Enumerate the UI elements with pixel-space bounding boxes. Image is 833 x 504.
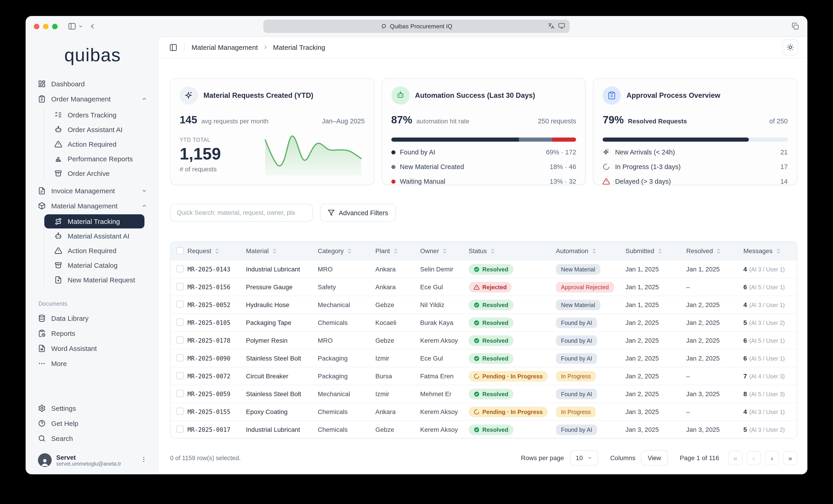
- close-window-button[interactable]: [34, 24, 39, 29]
- table-row[interactable]: MR-2025-0059 Stainless Steel Bolt Mechan…: [170, 385, 797, 403]
- sidebar-item-action-required-materials[interactable]: Action Required: [44, 243, 147, 258]
- sidebar-item-action-required-orders[interactable]: Action Required: [44, 136, 147, 151]
- cell-resolved: Jan 2, 2025: [686, 301, 743, 308]
- column-header-submitted[interactable]: Submitted: [625, 247, 686, 254]
- row-checkbox[interactable]: [176, 265, 184, 272]
- row-checkbox[interactable]: [176, 354, 184, 361]
- table-row[interactable]: MR-2025-0090 Stainless Steel Bolt Packag…: [170, 349, 797, 367]
- zoom-window-button[interactable]: [52, 24, 57, 29]
- column-header-messages[interactable]: Messages: [743, 247, 797, 254]
- theme-toggle-button[interactable]: [782, 39, 798, 55]
- table-row[interactable]: MR-2025-0155 Epoxy Coating Chemicals Ank…: [170, 403, 797, 420]
- translate-icon[interactable]: [548, 22, 554, 30]
- select-all-checkbox[interactable]: [176, 247, 184, 254]
- row-checkbox[interactable]: [176, 389, 184, 397]
- display-icon[interactable]: [558, 22, 565, 30]
- quick-search-input[interactable]: [170, 204, 313, 222]
- column-header-status[interactable]: Status: [469, 247, 556, 254]
- sidebar-item-new-material-request[interactable]: New Material Request: [44, 272, 147, 287]
- cell-material: Polymer Resin: [246, 337, 318, 344]
- sidebar-item-settings[interactable]: Settings: [38, 401, 147, 416]
- table-row[interactable]: MR-2025-0178 Polymer Resin MRO Gebze Ker…: [170, 331, 797, 349]
- row-checkbox[interactable]: [176, 372, 184, 379]
- table-row[interactable]: MR-2025-0156 Pressure Gauge Safety Ankar…: [170, 278, 797, 296]
- status-icon: [474, 355, 480, 361]
- sidebar-item-search[interactable]: Search: [38, 431, 147, 446]
- sidebar-item-material-catalog[interactable]: Material Catalog: [44, 258, 147, 272]
- status-icon: [474, 320, 480, 326]
- sidebar-item-orders-tracking[interactable]: Orders Tracking: [44, 107, 147, 122]
- first-page-button[interactable]: «: [728, 451, 742, 465]
- last-page-button[interactable]: »: [783, 451, 798, 465]
- address-bar[interactable]: Quibas Procurement IQ: [263, 20, 570, 33]
- sidebar-item-get-help[interactable]: Get Help: [38, 416, 147, 431]
- view-columns-button[interactable]: View: [641, 450, 668, 465]
- table-row[interactable]: MR-2025-0143 Industrial Lubricant MRO An…: [170, 260, 797, 278]
- sidebar-item-more[interactable]: More: [38, 356, 147, 371]
- route-icon: [54, 218, 63, 225]
- row-checkbox[interactable]: [176, 407, 184, 415]
- advanced-filters-button[interactable]: Advanced Filters: [320, 204, 396, 222]
- column-header-automation[interactable]: Automation: [556, 247, 625, 254]
- sidebar-item-order-archive[interactable]: Order Archive: [44, 166, 147, 180]
- table-row[interactable]: MR-2025-0105 Packaging Tape Chemicals Ko…: [170, 313, 797, 331]
- sidebar-item-dashboard[interactable]: Dashboard: [38, 76, 147, 92]
- cell-submitted: Jan 1, 2025: [625, 266, 686, 273]
- chevron-down-icon[interactable]: [78, 24, 83, 29]
- table-row[interactable]: MR-2025-0052 Hydraulic Hose Mechanical G…: [170, 296, 797, 313]
- next-page-button[interactable]: ›: [765, 451, 779, 465]
- row-checkbox[interactable]: [176, 318, 184, 326]
- approval-row-value: 17: [780, 163, 788, 171]
- sidebar-item-invoice-management[interactable]: Invoice Management: [38, 183, 147, 198]
- sidebar-item-word-assistant[interactable]: Word Assistant: [38, 341, 147, 356]
- user-menu-icon[interactable]: [140, 456, 147, 464]
- tab-overview-icon[interactable]: [791, 22, 799, 30]
- row-checkbox[interactable]: [176, 283, 184, 290]
- legend-row: New Material Created 18% · 46: [391, 163, 576, 171]
- sidebar-item-order-management[interactable]: Order Management: [38, 92, 147, 106]
- table-row[interactable]: MR-2025-0017 Industrial Lubricant Chemic…: [170, 420, 797, 438]
- sidebar-item-label: Material Assistant AI: [68, 232, 129, 240]
- sidebar-item-reports[interactable]: Reports: [38, 326, 147, 341]
- card-automation-success: Automation Success (Last 30 Days) 87% au…: [382, 78, 586, 185]
- sidebar-item-label: Order Management: [51, 95, 111, 103]
- minimize-window-button[interactable]: [43, 24, 48, 29]
- sidebar-item-material-tracking[interactable]: Material Tracking: [44, 214, 144, 228]
- column-header-owner[interactable]: Owner: [420, 247, 469, 254]
- column-header-material[interactable]: Material: [246, 247, 318, 254]
- alert-triangle-icon: [54, 247, 63, 254]
- column-header-resolved[interactable]: Resolved: [686, 247, 743, 254]
- user-profile[interactable]: Servet servet.ummetoglu@aneta.tr: [38, 453, 147, 467]
- previous-page-button[interactable]: ‹: [746, 451, 761, 465]
- sidebar-item-material-management[interactable]: Material Management: [38, 198, 147, 213]
- sidebar-item-performance-reports[interactable]: Performance Reports: [44, 151, 147, 166]
- sidebar-item-material-assistant-ai[interactable]: Material Assistant AI: [44, 228, 147, 243]
- chevron-up-icon: [141, 203, 147, 209]
- panel-left-icon[interactable]: [169, 43, 177, 51]
- column-header-category[interactable]: Category: [318, 247, 375, 254]
- approval-row-label: In Progress (1-3 days): [615, 163, 681, 171]
- legend-dot: [391, 150, 395, 154]
- database-icon: [38, 314, 46, 322]
- material-management-subtree: Material Tracking Material Assistant AI …: [44, 214, 147, 287]
- row-checkbox[interactable]: [176, 300, 184, 308]
- back-icon[interactable]: [89, 22, 96, 30]
- column-header-request[interactable]: Request: [187, 247, 246, 254]
- breadcrumb-parent[interactable]: Material Management: [192, 44, 258, 51]
- cell-owner: Ece Gul: [420, 283, 469, 291]
- cell-owner: Mehmet Er: [420, 390, 469, 398]
- cell-plant: Izmir: [375, 355, 420, 362]
- table-header: Request Material Category Plant Owner St…: [170, 242, 797, 260]
- row-checkbox[interactable]: [176, 336, 184, 344]
- cell-request: MR-2025-0072: [187, 373, 246, 379]
- cell-messages: 4(AI 3 / User 1): [743, 408, 797, 415]
- sidebar-item-data-library[interactable]: Data Library: [38, 311, 147, 326]
- rows-per-page-select[interactable]: 10: [570, 450, 598, 465]
- sidebar-item-order-assistant-ai[interactable]: Order Assistant AI: [44, 122, 147, 136]
- sidebar-toggle-icon[interactable]: [68, 22, 76, 31]
- column-header-plant[interactable]: Plant: [375, 247, 420, 254]
- row-checkbox[interactable]: [176, 425, 184, 432]
- page-info: Page 1 of 116: [680, 454, 719, 461]
- table-row[interactable]: MR-2025-0072 Circuit Breaker Packaging B…: [170, 367, 797, 385]
- list-checks-icon: [54, 111, 63, 119]
